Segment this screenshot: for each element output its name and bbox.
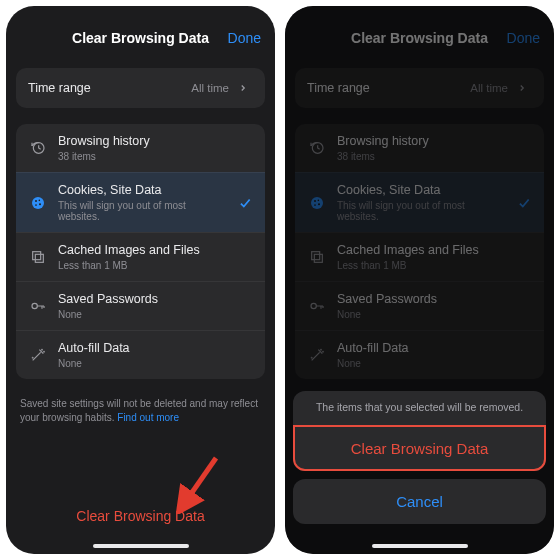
time-range-row[interactable]: Time range All time [295,68,544,108]
svg-point-24 [311,303,316,308]
sheet-message: The items that you selected will be remo… [293,391,546,425]
svg-point-28 [321,349,322,350]
list-item[interactable]: Browsing history 38 items [295,124,544,172]
cache-icon [28,247,48,267]
svg-point-14 [32,357,33,358]
time-range-value-wrap: All time [191,78,253,98]
history-icon [307,138,327,158]
item-subtitle: Less than 1 MB [337,260,532,271]
list-item[interactable]: Cookies, Site Data This will sign you ou… [16,172,265,232]
svg-point-17 [311,197,323,209]
item-subtitle: 38 items [58,151,253,162]
time-range-row[interactable]: Time range All time [16,68,265,108]
home-indicator [372,544,468,548]
item-title: Browsing history [58,134,253,149]
modal-header: Clear Browsing Data Done [6,16,275,60]
item-subtitle: 38 items [337,151,532,162]
done-button[interactable]: Done [507,30,540,46]
item-title: Cached Images and Files [58,243,253,258]
item-subtitle: None [58,358,253,369]
cookie-icon [28,193,48,213]
svg-point-8 [32,303,37,308]
chevron-right-icon [512,78,532,98]
svg-point-2 [35,200,37,202]
item-subtitle: None [58,309,253,320]
svg-point-21 [314,204,316,206]
list-item[interactable]: Cached Images and Files Less than 1 MB [295,232,544,281]
autofill-icon [28,345,48,365]
phone-right: Clear Browsing Data Done Time range All … [285,6,554,554]
item-title: Cookies, Site Data [337,183,506,198]
chevron-right-icon [233,78,253,98]
item-title: Cookies, Site Data [58,183,227,198]
svg-point-19 [318,199,320,201]
svg-point-18 [314,200,316,202]
modal-header: Clear Browsing Data Done [285,16,554,60]
item-subtitle: None [337,358,532,369]
list-item[interactable]: Saved Passwords None [16,281,265,330]
home-indicator [93,544,189,548]
svg-point-30 [311,357,312,358]
cookie-icon [307,193,327,213]
svg-rect-23 [314,254,322,262]
item-title: Cached Images and Files [337,243,532,258]
list-item[interactable]: Auto-fill Data None [16,330,265,379]
sheet-clear-button[interactable]: Clear Browsing Data [293,425,546,471]
screenshot-pair: Clear Browsing Data Done Time range All … [0,0,560,560]
list-item[interactable]: Saved Passwords None [295,281,544,330]
data-types-group: Browsing history 38 items Cookies, Site … [16,124,265,379]
data-types-group: Browsing history 38 items Cookies, Site … [295,124,544,379]
svg-rect-6 [33,252,41,260]
svg-point-29 [323,351,324,352]
time-range-value: All time [191,82,229,94]
find-out-more-link[interactable]: Find out more [117,412,179,423]
list-item[interactable]: Cookies, Site Data This will sign you ou… [295,172,544,232]
svg-rect-22 [312,252,320,260]
list-item[interactable]: Auto-fill Data None [295,330,544,379]
checkmark-icon [237,195,253,211]
item-subtitle: This will sign you out of most websites. [58,200,227,222]
item-title: Saved Passwords [58,292,253,307]
done-button[interactable]: Done [228,30,261,46]
svg-point-3 [39,199,41,201]
clear-label: Clear Browsing Data [76,508,204,524]
time-range-label: Time range [28,81,181,96]
page-title: Clear Browsing Data [72,30,209,46]
key-icon [28,296,48,316]
page-title: Clear Browsing Data [351,30,488,46]
svg-rect-7 [35,254,43,262]
checkmark-icon [516,195,532,211]
svg-point-13 [44,351,45,352]
list-item[interactable]: Cached Images and Files Less than 1 MB [16,232,265,281]
item-title: Auto-fill Data [58,341,253,356]
time-range-value: All time [470,82,508,94]
phone-left: Clear Browsing Data Done Time range All … [6,6,275,554]
item-title: Saved Passwords [337,292,532,307]
time-range-group: Time range All time [16,68,265,108]
svg-point-20 [318,203,320,205]
item-title: Browsing history [337,134,532,149]
action-sheet: The items that you selected will be remo… [285,383,554,554]
cache-icon [307,247,327,267]
time-range-group: Time range All time [295,68,544,108]
item-subtitle: Less than 1 MB [58,260,253,271]
autofill-icon [307,345,327,365]
time-range-value-wrap: All time [470,78,532,98]
item-subtitle: This will sign you out of most websites. [337,200,506,222]
clear-browsing-data-button[interactable]: Clear Browsing Data [6,490,275,554]
sheet-cancel-button[interactable]: Cancel [293,479,546,524]
list-item[interactable]: Browsing history 38 items [16,124,265,172]
svg-point-4 [39,203,41,205]
svg-point-5 [35,204,37,206]
history-icon [28,138,48,158]
time-range-label: Time range [307,81,460,96]
item-title: Auto-fill Data [337,341,532,356]
item-subtitle: None [337,309,532,320]
key-icon [307,296,327,316]
svg-point-12 [42,349,43,350]
footnote: Saved site settings will not be deleted … [20,397,261,424]
svg-point-1 [32,197,44,209]
